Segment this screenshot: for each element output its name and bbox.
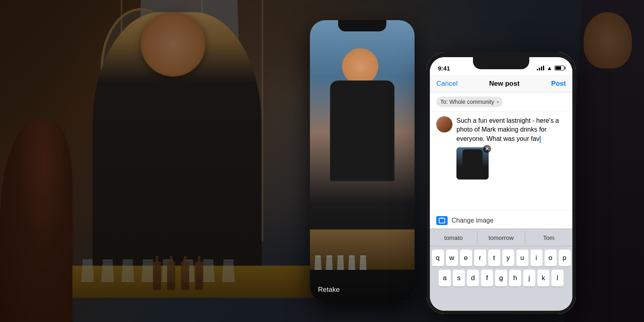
status-icons: ▲	[537, 65, 564, 71]
cancel-button[interactable]: Cancel	[436, 80, 458, 88]
chevron-down-icon: ▾	[497, 100, 499, 104]
nav-bar: Cancel New post Post	[430, 75, 572, 93]
key-g[interactable]: g	[495, 270, 507, 287]
camera-body-preview	[330, 80, 394, 181]
remove-image-button[interactable]: ✕	[483, 145, 491, 153]
change-image-button[interactable]: Change image	[452, 217, 493, 224]
phone-post-screen: 9:41 ▲ Cancel New post Post	[430, 57, 572, 311]
compose-text-area[interactable]: Such a fun event lastnight - here's a ph…	[456, 116, 566, 181]
signal-icon	[537, 66, 544, 70]
key-f[interactable]: f	[481, 270, 493, 287]
cam-glass-1	[314, 256, 322, 270]
key-l[interactable]: l	[551, 270, 564, 287]
suggestion-tomato[interactable]: tomato	[430, 231, 477, 244]
signal-bar-2	[539, 68, 540, 70]
key-t[interactable]: t	[488, 250, 500, 266]
key-e[interactable]: e	[460, 250, 472, 266]
key-h[interactable]: h	[509, 270, 521, 287]
suggestion-tomorrow[interactable]: tomorrow	[477, 231, 525, 244]
text-cursor	[540, 136, 541, 143]
key-d[interactable]: d	[467, 270, 479, 287]
wifi-icon: ▲	[547, 65, 552, 71]
camera-person-preview	[322, 44, 402, 205]
compose-area: Such a fun event lastnight - here's a ph…	[430, 111, 572, 186]
keyboard-row-1: q w e r t y u i o p	[431, 250, 571, 266]
recipient-bar: To: Whole community ▾	[430, 93, 572, 111]
thumbnail-figure	[462, 149, 483, 173]
cam-glass-5	[359, 256, 367, 270]
avatar-image	[436, 116, 452, 132]
cam-glass-4	[348, 256, 356, 270]
key-u[interactable]: u	[516, 250, 528, 266]
retake-button[interactable]: Retake	[318, 286, 340, 294]
post-button[interactable]: Post	[551, 80, 566, 88]
key-r[interactable]: r	[474, 250, 486, 266]
key-o[interactable]: o	[545, 250, 557, 266]
camera-icon	[436, 216, 448, 225]
key-y[interactable]: y	[502, 250, 514, 266]
camera-screen: Retake	[310, 20, 415, 302]
attached-image-container: ✕	[456, 147, 489, 180]
battery-fill	[555, 66, 561, 70]
cam-glass-2	[325, 256, 333, 270]
key-i[interactable]: i	[530, 250, 543, 266]
signal-bar-1	[537, 69, 538, 70]
cam-glass-3	[336, 256, 345, 270]
camera-face-preview	[342, 48, 378, 85]
key-p[interactable]: p	[559, 250, 571, 266]
status-time: 9:41	[438, 65, 450, 72]
keyboard-row-2: a s d f g h j k l	[431, 270, 571, 287]
key-a[interactable]: a	[439, 270, 451, 287]
key-k[interactable]: k	[537, 270, 549, 287]
compose-text: Such a fun event lastnight - here's a ph…	[456, 117, 559, 142]
phone-post: 9:41 ▲ Cancel New post Post	[427, 52, 576, 314]
post-phone-notch	[473, 57, 529, 69]
phone-camera: Retake	[310, 20, 415, 302]
keyboard: q w e r t y u i o p a s d f g h j k l	[430, 246, 572, 311]
camera-phone-notch	[338, 20, 386, 31]
nav-title: New post	[489, 80, 520, 88]
signal-bar-4	[543, 66, 544, 70]
recipient-selector[interactable]: To: Whole community ▾	[436, 97, 503, 107]
post-content-area: To: Whole community ▾ Such a fun event l…	[430, 93, 572, 230]
camera-glasses-preview	[314, 256, 367, 270]
key-w[interactable]: w	[446, 250, 458, 266]
image-thumbnail	[456, 147, 489, 180]
recipient-label: To: Whole community	[440, 99, 494, 105]
change-image-bar: Change image	[430, 210, 572, 230]
avatar	[436, 116, 452, 132]
suggestion-tom[interactable]: Tom	[525, 231, 572, 244]
keyboard-suggestions: tomato tomorrow Tom	[430, 229, 572, 246]
signal-bar-3	[541, 66, 542, 70]
battery-icon	[555, 66, 564, 70]
key-s[interactable]: s	[453, 270, 465, 287]
key-q[interactable]: q	[432, 250, 444, 266]
key-j[interactable]: j	[523, 270, 535, 287]
